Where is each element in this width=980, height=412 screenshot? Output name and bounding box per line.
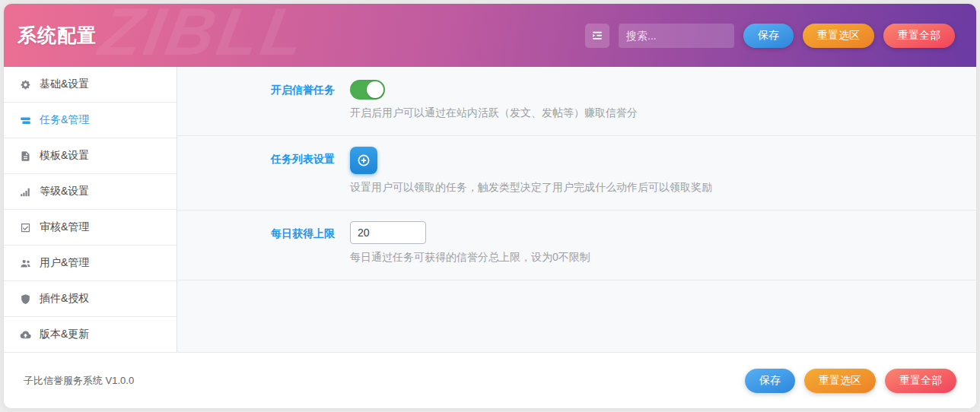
sidebar-item-label: 用户&管理	[40, 256, 89, 270]
header: ZIBLL 系统配置 保存 重置选区 重置全部	[4, 4, 976, 67]
sidebar-item-label: 插件&授权	[40, 292, 89, 306]
cogs-icon	[19, 78, 31, 90]
brand-watermark: ZIBLL	[94, 4, 313, 67]
sidebar-item-label: 基础&设置	[40, 78, 89, 91]
sidebar-item-user-management[interactable]: 用户&管理	[4, 246, 177, 281]
sidebar-item-basic-settings[interactable]: 基础&设置	[4, 67, 177, 103]
sidebar-item-label: 版本&更新	[40, 328, 89, 341]
reset-selection-button-footer[interactable]: 重置选区	[804, 369, 876, 393]
plus-circle-icon	[356, 153, 371, 168]
setting-label: 任务列表设置	[177, 147, 350, 171]
setting-description: 每日通过任务可获得的信誉分总上限，设为0不限制	[350, 251, 961, 265]
search-input[interactable]	[619, 24, 734, 48]
version-text: 子比信誉服务系统 V1.0.0	[24, 374, 134, 388]
settings-panel: ZIBLL 系统配置 保存 重置选区 重置全部 基础&设置	[4, 4, 976, 408]
tasks-icon	[19, 114, 31, 126]
setting-row-task-list-settings: 任务列表设置 设置用户可以领取的任务，触发类型决定了用户完成什么动作后可以领取奖…	[177, 136, 976, 211]
setting-row-daily-limit: 每日获得上限 每日通过任务可获得的信誉分总上限，设为0不限制	[177, 211, 976, 280]
sidebar-item-template-settings[interactable]: 模板&设置	[4, 138, 177, 174]
footer: 子比信誉服务系统 V1.0.0 保存 重置选区 重置全部	[4, 352, 976, 408]
sidebar-item-tasks-management[interactable]: 任务&管理	[4, 103, 177, 138]
header-toolbar: 保存 重置选区 重置全部	[585, 24, 955, 48]
sidebar-item-review-management[interactable]: 审核&管理	[4, 210, 177, 246]
save-button-footer[interactable]: 保存	[745, 369, 795, 393]
setting-description: 设置用户可以领取的任务，触发类型决定了用户完成什么动作后可以领取奖励	[350, 181, 961, 195]
reset-all-button[interactable]: 重置全部	[883, 24, 955, 48]
sidebar-item-label: 审核&管理	[40, 220, 89, 234]
enable-reputation-task-toggle[interactable]	[350, 80, 385, 100]
save-button[interactable]: 保存	[743, 24, 794, 48]
settings-content: 开启信誉任务 开启后用户可以通过在站内活跃（发文、发帖等）赚取信誉分 任务列表设…	[177, 67, 976, 352]
sidebar-item-level-settings[interactable]: 等级&设置	[4, 174, 177, 210]
sidebar-item-plugin-authorization[interactable]: 插件&授权	[4, 281, 177, 317]
sidebar-item-label: 任务&管理	[40, 113, 89, 127]
collapse-menu-button[interactable]	[585, 24, 609, 48]
setting-row-enable-reputation-task: 开启信誉任务 开启后用户可以通过在站内活跃（发文、发帖等）赚取信誉分	[177, 67, 976, 136]
daily-limit-input[interactable]	[350, 221, 426, 244]
add-task-button[interactable]	[350, 147, 377, 174]
content-spacer	[177, 280, 976, 352]
signal-bars-icon	[19, 185, 31, 198]
setting-description: 开启后用户可以通过在站内活跃（发文、发帖等）赚取信誉分	[350, 106, 961, 120]
file-icon	[19, 150, 31, 162]
reset-selection-button[interactable]: 重置选区	[803, 24, 874, 48]
reset-all-button-footer[interactable]: 重置全部	[885, 369, 956, 393]
page-title: 系统配置	[18, 23, 97, 48]
sidebar-item-label: 模板&设置	[40, 149, 89, 163]
footer-toolbar: 保存 重置选区 重置全部	[745, 369, 956, 393]
sidebar-item-label: 等级&设置	[40, 185, 89, 198]
setting-label: 开启信誉任务	[177, 78, 350, 102]
cloud-upload-icon	[19, 328, 31, 341]
sidebar: 基础&设置 任务&管理 模板&设置 等级&设置	[4, 67, 177, 352]
outdent-icon	[591, 30, 603, 42]
sidebar-item-version-update[interactable]: 版本&更新	[4, 317, 177, 353]
setting-label: 每日获得上限	[177, 221, 350, 246]
shield-icon	[19, 293, 31, 305]
users-icon	[19, 257, 31, 269]
check-square-icon	[19, 221, 31, 233]
